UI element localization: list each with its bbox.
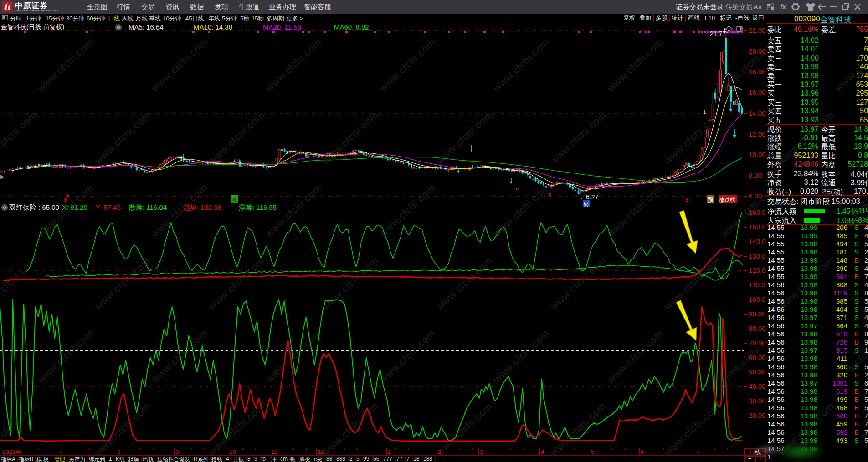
svg-text:110.0: 110.0 (749, 281, 765, 289)
svg-text:A: A (753, 3, 758, 10)
svg-text:5: 5 (591, 448, 594, 455)
svg-text:$: $ (685, 196, 689, 203)
svg-text:30.00: 30.00 (749, 397, 766, 405)
svg-text:减: 减 (231, 196, 237, 203)
svg-text:14.00: 14.00 (749, 109, 766, 117)
svg-text:120.0: 120.0 (749, 266, 766, 274)
svg-text:1: 1 (703, 109, 706, 115)
svg-text:7: 7 (59, 448, 62, 455)
svg-text:20.00: 20.00 (749, 47, 766, 55)
svg-text:11: 11 (271, 448, 277, 455)
svg-text:6.00: 6.00 (749, 192, 762, 200)
svg-text:21.77: 21.77 (710, 30, 726, 37)
svg-text:60.00: 60.00 (749, 354, 766, 361)
svg-text:$: $ (64, 196, 67, 203)
svg-text:←6.27: ←6.27 (580, 193, 598, 201)
svg-text:A: A (758, 5, 762, 10)
svg-text:涨跌榜: 涨跌榜 (719, 197, 735, 203)
svg-text:70.00: 70.00 (749, 339, 766, 347)
svg-text:财: 财 (584, 201, 589, 207)
svg-text:160.0: 160.0 (749, 208, 766, 216)
svg-text:8: 8 (117, 448, 120, 455)
svg-text:150.0: 150.0 (749, 223, 766, 231)
svg-text:140.0: 140.0 (749, 238, 766, 245)
svg-text:40.00: 40.00 (749, 382, 766, 390)
svg-text:9: 9 (175, 448, 179, 455)
svg-text:8.00: 8.00 (749, 171, 762, 179)
svg-text:2021年: 2021年 (2, 448, 21, 455)
svg-text:7: 7 (696, 448, 699, 455)
svg-text:12.00: 12.00 (749, 130, 766, 138)
svg-text:12: 12 (318, 448, 324, 455)
svg-text:6: 6 (641, 448, 644, 455)
svg-text:16.00: 16.00 (749, 88, 766, 96)
svg-text:3: 3 (480, 448, 483, 455)
svg-text:130.0: 130.0 (749, 252, 766, 260)
svg-text:4: 4 (541, 448, 544, 455)
svg-text:22.00: 22.00 (749, 26, 766, 34)
svg-text:fx: fx (780, 3, 786, 10)
svg-text:80.00: 80.00 (749, 325, 766, 332)
svg-text:10: 10 (229, 448, 236, 455)
svg-text:20.00: 20.00 (749, 411, 766, 419)
svg-text:2: 2 (438, 448, 441, 455)
svg-text:90.00: 90.00 (749, 310, 766, 318)
svg-text:18.00: 18.00 (749, 68, 766, 76)
svg-text:10.00: 10.00 (749, 151, 766, 158)
svg-text:1: 1 (388, 448, 391, 455)
svg-text:50.00: 50.00 (749, 368, 766, 376)
svg-text:预: 预 (707, 196, 714, 203)
svg-text:100.0: 100.0 (749, 295, 766, 303)
